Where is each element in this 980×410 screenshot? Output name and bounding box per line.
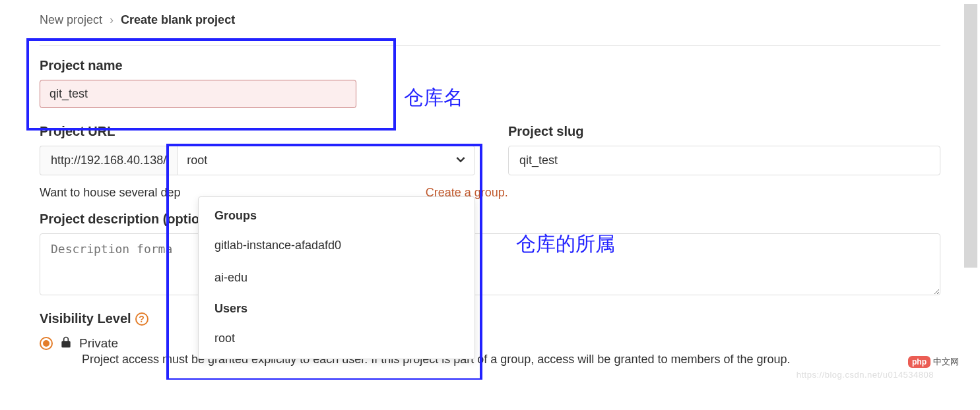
help-icon[interactable]: ? — [135, 312, 148, 326]
project-url-label: Project URL — [40, 124, 475, 139]
breadcrumb-separator: › — [110, 13, 114, 26]
divider — [40, 45, 940, 46]
chevron-down-icon — [456, 154, 465, 167]
breadcrumb: New project › Create blank project — [40, 13, 940, 27]
project-name-label: Project name — [40, 58, 940, 73]
dropdown-group-item[interactable]: gitlab-instance-afadafd0 — [199, 229, 474, 262]
annotation-repo-owner: 仓库的所属 — [516, 231, 615, 258]
dropdown-group-item[interactable]: ai-edu — [199, 262, 474, 294]
breadcrumb-parent[interactable]: New project — [40, 13, 102, 26]
namespace-dropdown[interactable]: Groups gitlab-instance-afadafd0 ai-edu U… — [198, 196, 475, 359]
group-hint: Want to house several dep endent project… — [40, 186, 940, 200]
watermark-text: 中文网 — [933, 356, 959, 368]
annotation-repo-name: 仓库名 — [404, 84, 463, 111]
project-slug-label: Project slug — [508, 124, 940, 139]
visibility-private-label: Private — [79, 336, 118, 351]
project-url-prefix: http://192.168.40.138/ — [40, 146, 177, 175]
lock-icon — [59, 336, 73, 351]
watermark: php 中文网 — [908, 356, 959, 368]
project-description-label: Project description (optio — [40, 212, 940, 227]
dropdown-users-header: Users — [199, 294, 474, 322]
group-hint-text: Want to house several dep — [40, 186, 180, 199]
project-name-input[interactable] — [40, 80, 356, 108]
scrollbar[interactable] — [964, 4, 977, 268]
project-description-input[interactable] — [40, 233, 940, 295]
watermark-logo: php — [908, 356, 931, 368]
visibility-level-label: Visibility Level — [40, 311, 131, 326]
breadcrumb-current: Create blank project — [121, 13, 235, 26]
dropdown-groups-header: Groups — [199, 201, 474, 229]
faded-source-url: https://blog.csdn.net/u014534808 — [797, 370, 934, 380]
namespace-select[interactable]: root — [177, 146, 475, 175]
dropdown-user-item[interactable]: root — [199, 322, 474, 355]
project-slug-input[interactable] — [508, 146, 940, 175]
visibility-private-radio[interactable] — [40, 337, 53, 350]
namespace-selected: root — [187, 154, 207, 167]
